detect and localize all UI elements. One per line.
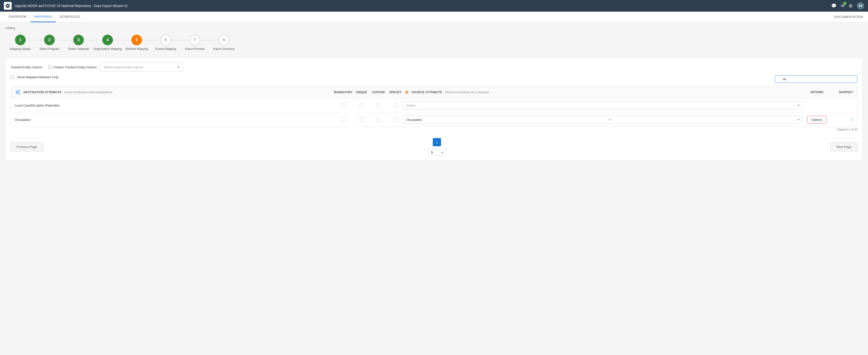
th-src-label: Source Attribute (412, 91, 442, 94)
per-page-row: 5 10 25 50 ▼ (428, 149, 445, 156)
src-icon (404, 89, 410, 95)
pagination-center: 1 5 10 25 50 ▼ (428, 138, 445, 156)
attribute-table: Destination Attribute eCase Notification… (11, 86, 857, 127)
previous-page-button[interactable]: Previous Page (11, 142, 43, 151)
step-label-6: Events Mapping (155, 47, 176, 51)
table-row: Local CaseID/LabNo./PatientNo. Select... (11, 98, 857, 112)
map-options-button[interactable]: Options (807, 116, 827, 124)
step-label-5: Attribute Mapping (125, 47, 148, 51)
custom-tracked-checkbox-text: Custom Tracked Entity Column (53, 65, 97, 69)
step-circle-4: 4 (102, 35, 113, 45)
step-2[interactable]: 2Select Program (35, 35, 64, 51)
custom-tracked-checkbox[interactable] (49, 65, 52, 69)
th-mapped: Mapped? (831, 91, 853, 94)
td-src-1: Select... ▼ (404, 101, 802, 109)
td-mandatory-2 (334, 118, 353, 122)
unique-checkbox-2[interactable] (360, 118, 364, 122)
navbar: OVERVIEW MAPPINGS SCHEDULES DOCUMENTATIO… (0, 12, 868, 22)
search-input[interactable] (775, 75, 857, 83)
app-title: Uganda eIDSR and COVID 19 National Repos… (14, 4, 831, 8)
table-row: Occupation Occupation ✕ ▼ (11, 112, 857, 127)
mapped-check-icon: ✓ (849, 117, 853, 122)
dest-logo-icon (15, 89, 21, 95)
tracked-entity-label: Tracked Entity Column (11, 65, 44, 69)
specify-checkbox-2[interactable] (394, 118, 397, 122)
mandatory-checkbox-2[interactable] (341, 118, 345, 122)
src-select-2-chevron: ▼ (797, 119, 800, 121)
th-specify: Specify (387, 91, 404, 94)
unique-checkbox-1[interactable] (360, 103, 364, 107)
th-source: Source Attribute Ebola and Marburg virus… (404, 89, 802, 95)
table-header: Destination Attribute eCase Notification… (11, 87, 857, 98)
th-src-sub: Ebola and Marburg virus diseases (445, 91, 489, 94)
mail-badge: 2 (843, 2, 846, 5)
step-circle-5: 5 (131, 35, 142, 45)
th-dest-label: Destination Attribute (24, 91, 62, 94)
td-unique-1 (353, 103, 370, 107)
tracked-entity-dropdown-placeholder: Select tracked entity column (104, 65, 143, 69)
src-select-1[interactable]: Select... ▼ (404, 101, 802, 109)
th-options: Options (802, 91, 831, 94)
step-label-3: Select Outbreak (68, 47, 89, 51)
topbar: Uganda eIDSR and COVID 19 National Repos… (0, 0, 868, 12)
mail-icon-btn[interactable]: ✉ 2 (841, 3, 844, 8)
step-label-7: Import Preview (185, 47, 205, 51)
nav-item-mappings[interactable]: MAPPINGS (31, 12, 56, 22)
specify-checkbox-1[interactable] (394, 103, 397, 107)
per-page-select[interactable]: 5 10 25 50 (428, 149, 445, 156)
step-5[interactable]: 5Attribute Mapping (122, 35, 151, 51)
per-page-wrapper: 5 10 25 50 ▼ (428, 149, 445, 156)
main-panel: Tracked Entity Column Custom Tracked Ent… (6, 58, 862, 161)
nav-item-overview[interactable]: OVERVIEW (5, 12, 31, 22)
td-specify-1 (387, 103, 404, 107)
step-circle-6: 6 (160, 35, 171, 45)
td-unique-2 (353, 118, 370, 122)
tracked-entity-row: Tracked Entity Column Custom Tracked Ent… (11, 63, 857, 71)
td-src-2: Occupation ✕ ▼ (404, 116, 802, 124)
custom-checkbox-2[interactable] (377, 118, 380, 122)
chat-icon-btn[interactable]: 💬 (831, 3, 837, 8)
step-circle-2: 2 (44, 35, 55, 45)
grid-icon: ⊞ (849, 3, 852, 8)
search-wrapper: 🔍 (775, 75, 857, 83)
step-7[interactable]: 7Import Preview (180, 35, 209, 51)
nav-docs[interactable]: DOCUMENTATION (834, 15, 863, 19)
tracked-entity-dropdown[interactable]: Select tracked entity column ▼ (100, 63, 183, 71)
src-select-2[interactable]: Occupation ✕ ▼ (404, 116, 802, 124)
topbar-icons: 💬 ✉ 2 ⊞ SS (831, 2, 864, 9)
dest-icon (15, 89, 22, 96)
user-avatar[interactable]: SS (857, 2, 864, 9)
td-specify-2 (387, 118, 404, 122)
step-1[interactable]: 1Mapping Details (6, 35, 35, 51)
app-logo (4, 2, 12, 10)
step-label-4: Organisation Mapping (93, 47, 122, 51)
grid-icon-btn[interactable]: ⊞ (849, 3, 852, 8)
step-6[interactable]: 6Events Mapping (151, 35, 180, 51)
nav-item-schedules[interactable]: SCHEDULES (56, 12, 84, 22)
step-circle-8: 8 (219, 35, 229, 45)
td-mandatory-1 (334, 103, 353, 107)
tracked-entity-dropdown-chevron: ▼ (177, 66, 180, 68)
page-num-1[interactable]: 1 (433, 138, 441, 146)
src-select-2-clear[interactable]: ✕ (609, 118, 611, 122)
custom-checkbox-1[interactable] (377, 103, 380, 107)
chat-icon: 💬 (831, 3, 837, 8)
show-mapped-label[interactable]: Show Mapped Attributes Only (17, 75, 58, 79)
mapped-count: Mapped 4 of 26 (11, 128, 857, 131)
th-mandatory: Mandatory (334, 91, 353, 94)
next-page-button[interactable]: Next Page (831, 142, 857, 151)
custom-tracked-checkbox-label[interactable]: Custom Tracked Entity Column (49, 65, 97, 69)
mandatory-checkbox-1[interactable] (341, 103, 345, 107)
th-unique: Unique (353, 91, 370, 94)
bottom-bar: Previous Page 1 5 10 25 50 ▼ (11, 134, 857, 156)
th-custom: Custom (370, 91, 387, 94)
step-8[interactable]: 8Import Summary (209, 35, 239, 51)
th-destination: Destination Attribute eCase Notification… (15, 89, 334, 96)
page-numbers: 1 (433, 138, 441, 146)
step-4[interactable]: 4Organisation Mapping (93, 35, 122, 51)
page-content: editing 1Mapping Details2Select Program3… (0, 22, 868, 355)
step-circle-7: 7 (189, 35, 200, 45)
step-3[interactable]: 3Select Outbreak (64, 35, 93, 51)
step-label-8: Import Summary (213, 47, 235, 51)
show-mapped-checkbox[interactable] (11, 75, 14, 79)
